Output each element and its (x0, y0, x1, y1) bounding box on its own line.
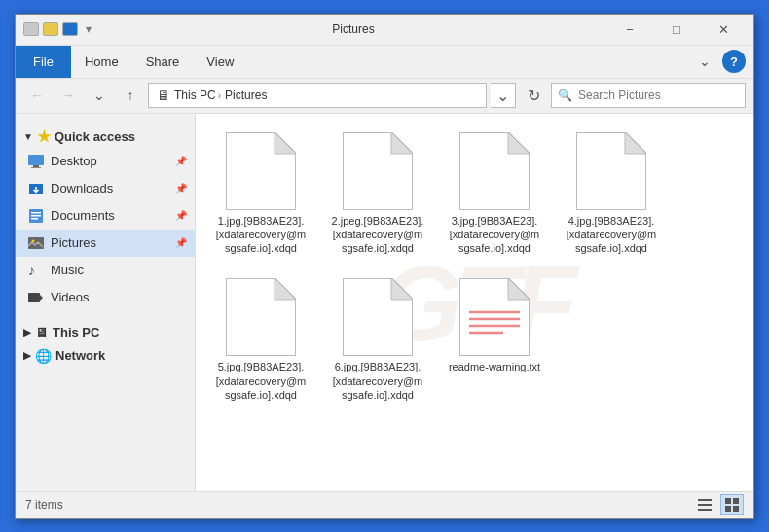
icon-view-button[interactable] (720, 494, 744, 515)
main-content: ▼ ★ Quick access Desktop 📌 Downloads 📌 (16, 114, 753, 491)
this-pc-chevron-icon: ▶ (23, 327, 31, 337)
file-name-1: 1.jpg.[9B83AE23].[xdatarecovery@msgsafe.… (214, 214, 308, 256)
sidebar: ▼ ★ Quick access Desktop 📌 Downloads 📌 (16, 114, 196, 491)
file-name-5: 5.jpg.[9B83AE23].[xdatarecovery@msgsafe.… (214, 360, 308, 402)
network-label: Network (55, 348, 105, 363)
documents-icon (27, 207, 45, 225)
sidebar-item-documents[interactable]: Documents 📌 (16, 202, 195, 230)
sidebar-item-downloads[interactable]: Downloads 📌 (16, 175, 195, 202)
sidebar-item-videos[interactable]: Videos (16, 284, 195, 311)
pin-icon-desktop: 📌 (175, 156, 187, 166)
up-button[interactable]: ↑ (117, 82, 144, 109)
explorer-window: ▾ Pictures − □ ✕ File Home Share View ⌄ … (15, 14, 754, 519)
svg-marker-11 (40, 295, 43, 301)
file-item[interactable]: 6.jpg.[9B83AE23].[xdatarecovery@msgsafe.… (324, 271, 431, 408)
menu-bar: File Home Share View ⌄ ? (16, 46, 753, 79)
network-header[interactable]: ▶ 🌐 Network (16, 342, 195, 366)
menu-view[interactable]: View (193, 46, 247, 78)
file-icon-3 (459, 132, 530, 210)
sidebar-item-pictures[interactable]: Pictures 📌 (16, 230, 195, 257)
window-title: Pictures (99, 22, 607, 36)
file-item[interactable]: 2.jpeg.[9B83AE23].[xdatarecovery@msgsafe… (324, 125, 431, 263)
svg-marker-19 (625, 132, 646, 154)
view-controls (693, 494, 744, 515)
pictures-icon (27, 234, 45, 252)
path-chevron-1: › (218, 90, 221, 101)
file-icon-2 (343, 132, 413, 210)
svg-text:♪: ♪ (28, 263, 35, 278)
videos-icon (27, 289, 45, 306)
desktop-icon (27, 153, 45, 170)
menu-share[interactable]: Share (132, 46, 194, 78)
file-name-6: 6.jpg.[9B83AE23].[xdatarecovery@msgsafe.… (331, 360, 424, 402)
file-item-readme[interactable]: readme-warning.txt (441, 271, 548, 408)
svg-marker-15 (391, 132, 413, 154)
sidebar-item-pictures-label: Pictures (51, 235, 169, 250)
file-name-3: 3.jpg.[9B83AE23].[xdatarecovery@msgsafe.… (448, 214, 541, 256)
search-input[interactable] (578, 89, 739, 102)
sidebar-item-desktop-label: Desktop (51, 154, 169, 168)
pin-icon-pictures: 📌 (175, 237, 187, 248)
file-area: GTF 1.jpg.[9B83AE23].[xdatarecovery@msgs… (196, 114, 753, 491)
quick-access-label: Quick access (55, 129, 135, 144)
yellow-icon (43, 22, 58, 36)
file-item[interactable]: 4.jpg.[9B83AE23].[xdatarecovery@msgsafe.… (558, 125, 665, 263)
file-name-4: 4.jpg.[9B83AE23].[xdatarecovery@msgsafe.… (565, 214, 658, 256)
svg-marker-25 (508, 278, 530, 300)
back-button[interactable]: ← (23, 82, 51, 109)
sidebar-item-desktop[interactable]: Desktop 📌 (16, 148, 195, 175)
svg-marker-13 (275, 132, 296, 154)
file-item[interactable]: 5.jpg.[9B83AE23].[xdatarecovery@msgsafe.… (207, 271, 314, 408)
quick-access-header[interactable]: ▼ ★ Quick access (16, 122, 195, 148)
svg-rect-2 (31, 167, 41, 168)
svg-rect-5 (31, 215, 41, 217)
file-icon-4 (576, 132, 646, 210)
file-icon-7 (459, 278, 530, 356)
address-path[interactable]: 🖥 This PC › Pictures (148, 83, 487, 108)
help-button[interactable]: ? (722, 50, 746, 73)
expand-chevron-icon[interactable]: ⌄ (693, 50, 716, 73)
maximize-button[interactable]: □ (654, 16, 699, 43)
forward-button[interactable]: → (55, 82, 82, 109)
sidebar-item-downloads-label: Downloads (51, 181, 169, 195)
sidebar-item-videos-label: Videos (51, 290, 187, 304)
menu-file[interactable]: File (16, 46, 71, 78)
file-name-2: 2.jpeg.[9B83AE23].[xdatarecovery@msgsafe… (331, 214, 424, 256)
pin-icon: ▾ (86, 22, 92, 36)
address-dropdown-button[interactable]: ⌄ (491, 83, 516, 108)
svg-rect-30 (698, 499, 712, 501)
menu-home[interactable]: Home (71, 46, 132, 78)
pin-icon-documents: 📌 (175, 210, 187, 221)
svg-rect-6 (31, 218, 38, 220)
file-item[interactable]: 1.jpg.[9B83AE23].[xdatarecovery@msgsafe.… (207, 125, 314, 263)
svg-rect-36 (733, 506, 739, 512)
title-bar: ▾ Pictures − □ ✕ (16, 15, 753, 46)
svg-rect-0 (28, 155, 44, 165)
up-dropdown-button[interactable]: ⌄ (86, 82, 113, 109)
svg-rect-4 (31, 212, 41, 214)
quick-access-chevron-icon: ▼ (23, 131, 33, 142)
file-icon-6 (343, 278, 413, 356)
svg-rect-10 (28, 293, 40, 302)
list-view-button[interactable] (693, 494, 716, 515)
downloads-icon (27, 180, 45, 197)
sidebar-item-documents-label: Documents (51, 208, 169, 223)
search-box[interactable]: 🔍 (551, 83, 746, 108)
this-pc-label: This PC (53, 325, 99, 339)
svg-marker-17 (508, 132, 530, 154)
path-thispc-label: This PC (174, 89, 216, 102)
this-pc-header[interactable]: ▶ 🖥 This PC (16, 319, 195, 342)
svg-rect-1 (33, 165, 39, 167)
sidebar-item-music[interactable]: ♪ Music (16, 257, 195, 284)
svg-marker-23 (391, 278, 413, 300)
minimize-button[interactable]: − (607, 16, 652, 43)
close-button[interactable]: ✕ (701, 16, 746, 43)
svg-rect-35 (725, 506, 731, 512)
file-item[interactable]: 3.jpg.[9B83AE23].[xdatarecovery@msgsafe.… (441, 125, 548, 263)
pin-icon-downloads: 📌 (175, 183, 187, 194)
status-bar: 7 items (16, 491, 753, 518)
file-icon-5 (226, 278, 296, 356)
svg-rect-32 (698, 509, 712, 511)
network-icon: 🌐 (35, 348, 52, 364)
refresh-button[interactable]: ↻ (520, 82, 547, 109)
